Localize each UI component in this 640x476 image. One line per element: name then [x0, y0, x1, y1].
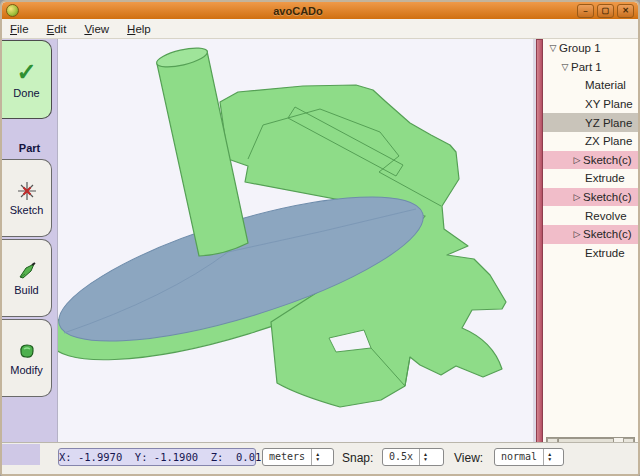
tree-label: YZ Plane — [585, 117, 632, 129]
coordinates-readout: X: -1.9970 Y: -1.1900 Z: 0.0110 — [58, 448, 256, 466]
done-button[interactable]: ✓ Done — [2, 40, 52, 119]
part-section-label: Part — [2, 142, 57, 154]
build-label: Build — [14, 284, 38, 296]
sidebar-stub — [2, 444, 40, 465]
tree-item-material[interactable]: Material — [543, 76, 638, 95]
tree-item-yz-plane-selected[interactable]: YZ Plane — [543, 113, 638, 132]
tree-label: Group 1 — [559, 42, 601, 54]
model-scene — [58, 39, 534, 444]
view-value: normal — [495, 449, 543, 465]
tree-item-group1[interactable]: ▽ Group 1 — [543, 39, 638, 58]
snap-spinbox[interactable]: 0.5x ▲ ▼ — [382, 448, 444, 466]
view-label: View: — [454, 451, 483, 465]
tree-label: Sketch(c) — [583, 228, 632, 240]
tree-item-extrude-2[interactable]: Extrude — [543, 244, 638, 263]
menu-file[interactable]: File — [8, 21, 37, 37]
tree-label: Revolve — [585, 210, 627, 222]
close-button[interactable]: ✕ — [617, 4, 634, 18]
sketch-tool-button[interactable]: Sketch — [2, 159, 52, 237]
tree-item-sketch-3[interactable]: ▷ Sketch(c) — [543, 225, 638, 244]
window-title: avoCADo — [19, 5, 577, 17]
expanded-triangle-icon[interactable]: ▽ — [547, 43, 559, 53]
units-value: meters — [263, 449, 311, 465]
expanded-triangle-icon[interactable]: ▽ — [559, 62, 571, 72]
menu-edit[interactable]: Edit — [45, 21, 75, 37]
tree-label: Material — [585, 79, 626, 91]
minimize-button[interactable]: – — [577, 4, 594, 18]
splitter-handle[interactable] — [536, 39, 543, 451]
tree-item-xy-plane[interactable]: XY Plane — [543, 95, 638, 114]
maximize-button[interactable]: ▢ — [597, 4, 614, 18]
tree-label: ZX Plane — [585, 135, 632, 147]
collapsed-triangle-icon[interactable]: ▷ — [571, 192, 583, 202]
build-tool-button[interactable]: Build — [2, 239, 52, 317]
build-chisel-icon — [17, 261, 37, 281]
tree-label: Sketch(c) — [583, 191, 632, 203]
snap-label: Snap: — [342, 451, 373, 465]
tree-item-part1[interactable]: ▽ Part 1 — [543, 58, 638, 77]
viewport-3d[interactable] — [57, 39, 533, 444]
spinner-arrows-icon[interactable]: ▲ ▼ — [419, 449, 431, 465]
tree-label: Extrude — [585, 172, 625, 184]
menu-view[interactable]: View — [82, 21, 117, 37]
tree-label: Extrude — [585, 247, 625, 259]
tree-label: XY Plane — [585, 98, 633, 110]
menu-bar: File Edit View Help — [2, 19, 638, 39]
tool-sidebar: ✓ Done Part Sketch Build — [2, 39, 57, 462]
tree-item-zx-plane[interactable]: ZX Plane — [543, 132, 638, 151]
spinner-arrows-icon[interactable]: ▲ ▼ — [311, 449, 323, 465]
sketch-label: Sketch — [10, 204, 44, 216]
modify-label: Modify — [10, 364, 42, 376]
title-bar[interactable]: avoCADo – ▢ ✕ — [2, 2, 638, 20]
snap-value: 0.5x — [383, 449, 419, 465]
view-spinbox[interactable]: normal ▲ ▼ — [494, 448, 564, 466]
collapsed-triangle-icon[interactable]: ▷ — [571, 155, 583, 165]
app-window: avoCADo – ▢ ✕ File Edit View Help ✓ Done… — [0, 0, 640, 476]
done-label: Done — [13, 87, 39, 99]
spinner-arrows-icon[interactable]: ▲ ▼ — [543, 449, 555, 465]
app-icon — [6, 4, 19, 17]
units-spinbox[interactable]: meters ▲ ▼ — [262, 448, 334, 466]
status-bar: X: -1.9970 Y: -1.1900 Z: 0.0110 meters ▲… — [2, 442, 638, 474]
sketch-hash-icon — [17, 181, 37, 201]
modify-tool-button[interactable]: Modify — [2, 319, 52, 397]
menu-help[interactable]: Help — [125, 21, 159, 37]
tree-label: Sketch(c) — [583, 154, 632, 166]
tree-item-revolve[interactable]: Revolve — [543, 206, 638, 225]
tree-item-sketch-1[interactable]: ▷ Sketch(c) — [543, 151, 638, 170]
tree-label: Part 1 — [571, 61, 602, 73]
tree-item-sketch-2[interactable]: ▷ Sketch(c) — [543, 188, 638, 207]
collapsed-triangle-icon[interactable]: ▷ — [571, 229, 583, 239]
model-tree-panel: ▽ Group 1 ▽ Part 1 Material XY Plane YZ … — [543, 39, 638, 451]
check-icon: ✓ — [16, 60, 36, 84]
tree-item-extrude-1[interactable]: Extrude — [543, 169, 638, 188]
modify-blob-icon — [17, 341, 37, 361]
